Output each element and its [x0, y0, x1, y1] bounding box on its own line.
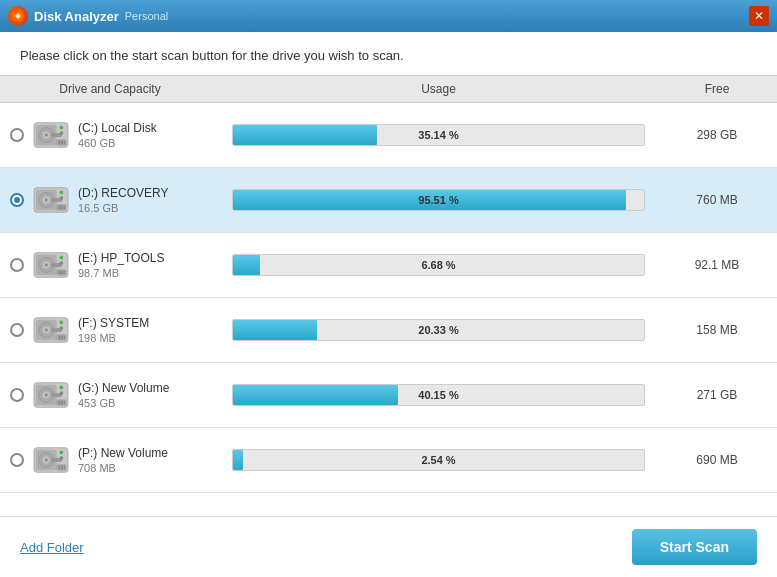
- header-drive-capacity: Drive and Capacity: [0, 76, 220, 102]
- drive-details-F: (F:) SYSTEM 198 MB: [78, 316, 149, 344]
- main-content: Please click on the start scan button fo…: [0, 32, 777, 577]
- free-cell-G: 271 GB: [657, 388, 777, 402]
- usage-label-D: 95.51 %: [418, 194, 458, 206]
- drive-row[interactable]: (P:) New Volume 708 MB 2.54 % 690 MB: [0, 428, 777, 493]
- usage-cell-P: 2.54 %: [220, 449, 657, 471]
- svg-rect-24: [64, 206, 65, 210]
- drive-row[interactable]: (G:) New Volume 453 GB 40.15 % 271 GB: [0, 363, 777, 428]
- svg-rect-70: [59, 466, 61, 470]
- svg-point-31: [59, 256, 63, 260]
- usage-cell-G: 40.15 %: [220, 384, 657, 406]
- free-cell-C: 298 GB: [657, 128, 777, 142]
- radio-button-drive-P[interactable]: [10, 453, 24, 467]
- svg-point-32: [59, 261, 63, 265]
- header-usage: Usage: [220, 76, 657, 102]
- usage-bar-D: 95.51 %: [232, 189, 645, 211]
- drive-details-P: (P:) New Volume 708 MB: [78, 446, 168, 474]
- svg-point-7: [59, 126, 63, 130]
- usage-label-F: 20.33 %: [418, 324, 458, 336]
- drive-icon-C: [32, 119, 70, 151]
- usage-cell-C: 35.14 %: [220, 124, 657, 146]
- usage-cell-E: 6.68 %: [220, 254, 657, 276]
- drive-name-C: (C:) Local Disk: [78, 121, 157, 135]
- drive-name-F: (F:) SYSTEM: [78, 316, 149, 330]
- bar-fill-G: [233, 385, 398, 405]
- radio-button-drive-C[interactable]: [10, 128, 24, 142]
- svg-point-43: [59, 321, 63, 325]
- title-bar-left: Disk Analyzer Personal: [8, 6, 168, 26]
- usage-label-G: 40.15 %: [418, 389, 458, 401]
- title-bar: Disk Analyzer Personal ✕: [0, 0, 777, 32]
- svg-rect-60: [64, 401, 65, 405]
- drive-name-P: (P:) New Volume: [78, 446, 168, 460]
- usage-cell-D: 95.51 %: [220, 189, 657, 211]
- drive-info: (E:) HP_TOOLS 98.7 MB: [0, 241, 220, 289]
- svg-point-8: [59, 131, 63, 135]
- start-scan-button[interactable]: Start Scan: [632, 529, 757, 565]
- svg-rect-34: [59, 271, 61, 275]
- usage-label-C: 35.14 %: [418, 129, 458, 141]
- drive-row[interactable]: (E:) HP_TOOLS 98.7 MB 6.68 % 92.1 MB: [0, 233, 777, 298]
- close-button[interactable]: ✕: [749, 6, 769, 26]
- drive-details-E: (E:) HP_TOOLS 98.7 MB: [78, 251, 164, 279]
- svg-rect-35: [61, 271, 63, 275]
- drive-size-P: 708 MB: [78, 462, 168, 474]
- drive-row[interactable]: (D:) RECOVERY 16.5 GB 95.51 % 760 MB: [0, 168, 777, 233]
- svg-rect-71: [61, 466, 63, 470]
- svg-rect-58: [59, 401, 61, 405]
- drive-icon-D: [32, 184, 70, 216]
- app-icon: [8, 6, 28, 26]
- svg-rect-12: [64, 141, 65, 145]
- svg-point-65: [45, 459, 48, 462]
- drive-size-F: 198 MB: [78, 332, 149, 344]
- bar-fill-P: [233, 450, 243, 470]
- drive-size-C: 460 GB: [78, 137, 157, 149]
- svg-point-56: [59, 391, 63, 395]
- free-cell-F: 158 MB: [657, 323, 777, 337]
- drive-icon-G: [32, 379, 70, 411]
- instruction-text: Please click on the start scan button fo…: [0, 32, 777, 75]
- drive-icon-F: [32, 314, 70, 346]
- radio-button-drive-D[interactable]: [10, 193, 24, 207]
- svg-rect-47: [61, 336, 63, 340]
- add-folder-link[interactable]: Add Folder: [20, 540, 84, 555]
- free-cell-D: 760 MB: [657, 193, 777, 207]
- svg-rect-59: [61, 401, 63, 405]
- radio-button-drive-G[interactable]: [10, 388, 24, 402]
- usage-label-E: 6.68 %: [421, 259, 455, 271]
- bar-fill-F: [233, 320, 317, 340]
- bar-fill-C: [233, 125, 377, 145]
- svg-rect-46: [59, 336, 61, 340]
- svg-rect-22: [59, 206, 61, 210]
- bar-fill-E: [233, 255, 260, 275]
- svg-point-5: [45, 134, 48, 137]
- drive-size-D: 16.5 GB: [78, 202, 168, 214]
- drive-row[interactable]: (C:) Local Disk 460 GB 35.14 % 298 GB: [0, 103, 777, 168]
- svg-rect-23: [61, 206, 63, 210]
- drive-details-G: (G:) New Volume 453 GB: [78, 381, 169, 409]
- radio-button-drive-E[interactable]: [10, 258, 24, 272]
- radio-button-drive-F[interactable]: [10, 323, 24, 337]
- drive-icon-P: [32, 444, 70, 476]
- svg-point-67: [59, 451, 63, 455]
- drive-row[interactable]: (F:) SYSTEM 198 MB 20.33 % 158 MB: [0, 298, 777, 363]
- app-title: Disk Analyzer: [34, 9, 119, 24]
- svg-point-20: [59, 196, 63, 200]
- drive-name-D: (D:) RECOVERY: [78, 186, 168, 200]
- drive-info: (D:) RECOVERY 16.5 GB: [0, 176, 220, 224]
- free-cell-E: 92.1 MB: [657, 258, 777, 272]
- drive-info: (P:) New Volume 708 MB: [0, 436, 220, 484]
- footer: Add Folder Start Scan: [0, 516, 777, 577]
- usage-label-P: 2.54 %: [421, 454, 455, 466]
- svg-point-41: [45, 329, 48, 332]
- drive-info: (G:) New Volume 453 GB: [0, 371, 220, 419]
- drive-name-E: (E:) HP_TOOLS: [78, 251, 164, 265]
- table-header: Drive and Capacity Usage Free: [0, 75, 777, 103]
- svg-point-17: [45, 199, 48, 202]
- svg-point-55: [59, 386, 63, 390]
- svg-point-68: [59, 456, 63, 460]
- drive-size-E: 98.7 MB: [78, 267, 164, 279]
- svg-point-19: [59, 191, 63, 195]
- drive-icon-E: [32, 249, 70, 281]
- usage-bar-E: 6.68 %: [232, 254, 645, 276]
